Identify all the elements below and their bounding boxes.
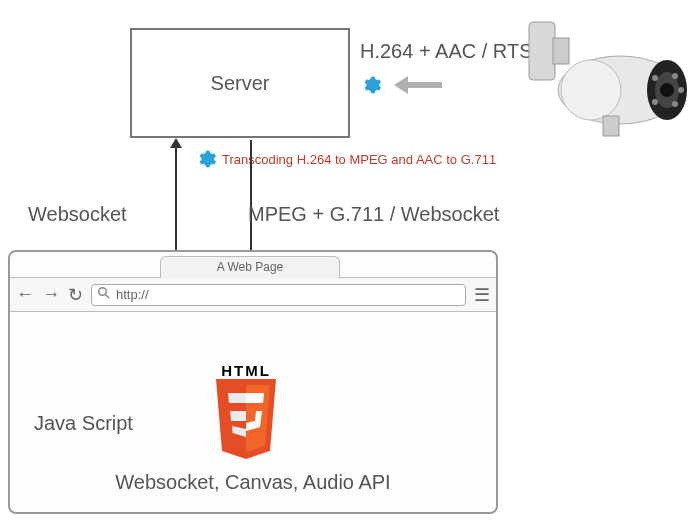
back-icon: ← (16, 284, 34, 305)
address-text: http:// (116, 287, 149, 302)
address-bar: http:// (91, 284, 466, 306)
svg-point-9 (672, 101, 678, 107)
browser-toolbar: ← → ↻ http:// ☰ (10, 278, 496, 312)
browser-window: A Web Page ← → ↻ http:// ☰ Java Script H… (8, 250, 498, 514)
browser-tab: A Web Page (160, 256, 340, 278)
html5-logo: HTML (210, 362, 282, 465)
websocket-label: Websocket (28, 203, 127, 226)
browser-tabbar: A Web Page (10, 252, 496, 278)
svg-point-10 (652, 99, 658, 105)
svg-rect-11 (561, 60, 621, 120)
arrowhead-up-icon (170, 138, 182, 148)
camera-protocol-label: H.264 + AAC / RTSP (360, 40, 546, 63)
menu-icon: ☰ (474, 284, 490, 306)
svg-rect-0 (529, 22, 555, 80)
svg-point-6 (652, 75, 658, 81)
server-label: Server (211, 72, 270, 95)
gear-icon (360, 74, 382, 96)
browser-body: Java Script HTML Websocket, Canvas, Audi… (10, 312, 496, 512)
html5-text: HTML (210, 362, 282, 379)
search-icon (98, 287, 110, 302)
reload-icon: ↻ (68, 284, 83, 306)
svg-point-5 (660, 83, 674, 97)
svg-point-13 (99, 288, 107, 296)
svg-line-14 (106, 295, 110, 299)
svg-point-8 (678, 87, 684, 93)
mpeg-label: MPEG + G.711 / Websocket (248, 203, 499, 226)
forward-icon: → (42, 284, 60, 305)
svg-rect-1 (553, 38, 569, 64)
server-box: Server (130, 28, 350, 138)
svg-point-7 (672, 73, 678, 79)
svg-rect-12 (603, 116, 619, 136)
javascript-label: Java Script (34, 412, 133, 435)
bottom-apis-label: Websocket, Canvas, Audio API (10, 471, 496, 494)
transcoding-note: Transcoding H.264 to MPEG and AAC to G.7… (222, 152, 496, 167)
gear-icon (195, 148, 217, 170)
arrow-left-icon (394, 74, 442, 100)
camera-icon (525, 20, 695, 154)
